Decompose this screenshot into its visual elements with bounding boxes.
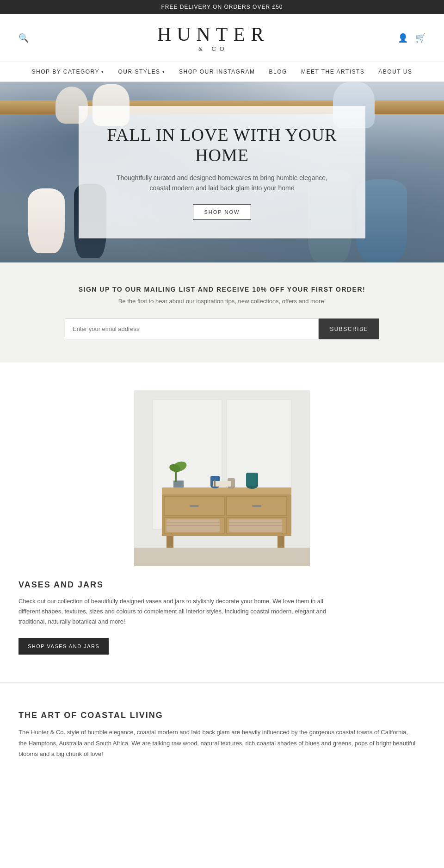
header-right-icons: 👤 🛒 [398, 33, 426, 43]
hero-shop-now-button[interactable]: SHOP NOW [193, 204, 252, 220]
logo-main-text: HUNTER [157, 23, 269, 45]
top-banner: FREE DELIVERY ON ORDERS OVER £50 [0, 0, 444, 14]
chevron-down-icon: ▾ [101, 69, 105, 74]
logo-sub-text: & CO [157, 45, 269, 52]
product-image [134, 390, 310, 566]
hero-subtitle: Thoughtfully curated and designed homewa… [106, 173, 338, 194]
main-nav: SHOP BY CATEGORY ▾ OUR STYLES ▾ SHOP OUR… [0, 62, 444, 82]
nav-shop-instagram[interactable]: SHOP OUR INSTAGRAM [179, 69, 255, 75]
hero-content: FALL IN LOVE WITH YOUR HOME Thoughtfully… [79, 106, 365, 239]
product-section-title: VASES AND JARS [18, 580, 104, 590]
shop-vases-button[interactable]: SHOP VASES AND JARS [18, 638, 109, 655]
svg-rect-7 [190, 505, 199, 507]
nav-about-us[interactable]: ABOUT US [378, 69, 412, 75]
nav-our-styles[interactable]: OUR STYLES ▾ [118, 69, 166, 75]
product-section-text: Check out our collection of beautifully … [18, 596, 342, 627]
svg-rect-8 [252, 505, 261, 507]
svg-rect-29 [246, 473, 258, 486]
search-icon[interactable]: 🔍 [18, 33, 29, 43]
header: 🔍 HUNTER & CO 👤 🛒 [0, 14, 444, 62]
email-input[interactable] [65, 318, 319, 339]
mailing-title: SIGN UP TO OUR MAILING LIST AND RECEIVE … [18, 286, 426, 293]
furniture-illustration [134, 390, 310, 566]
coastal-section: THE ART OF COASTAL LIVING The Hunter & C… [0, 682, 444, 787]
subscribe-button[interactable]: SUBSCRIBE [319, 318, 379, 339]
header-left-icons: 🔍 [18, 33, 29, 43]
nav-blog[interactable]: BLOG [269, 69, 287, 75]
logo[interactable]: HUNTER & CO [157, 23, 269, 52]
vase-decoration-1 [28, 188, 65, 253]
hero-title: FALL IN LOVE WITH YOUR HOME [106, 125, 338, 165]
svg-rect-3 [162, 487, 291, 494]
svg-rect-19 [134, 548, 310, 566]
chevron-down-icon: ▾ [162, 69, 166, 74]
banner-text: FREE DELIVERY ON ORDERS OVER £50 [161, 4, 283, 10]
svg-rect-17 [166, 536, 173, 548]
mailing-form: SUBSCRIBE [65, 318, 379, 339]
hero-section: FALL IN LOVE WITH YOUR HOME Thoughtfully… [0, 82, 444, 262]
coastal-section-text: The Hunter & Co. style of humble eleganc… [18, 727, 416, 759]
svg-rect-18 [278, 536, 284, 548]
mailing-subtitle: Be the first to hear about our inspirati… [18, 298, 426, 305]
cart-icon[interactable]: 🛒 [415, 33, 426, 43]
coastal-section-title: THE ART OF COASTAL LIVING [18, 711, 426, 720]
nav-shop-by-category[interactable]: SHOP BY CATEGORY ▾ [32, 69, 105, 75]
user-icon[interactable]: 👤 [398, 33, 408, 43]
nav-meet-artists[interactable]: MEET THE ARTISTS [301, 69, 364, 75]
product-feature-section: VASES AND JARS Check out our collection … [0, 362, 444, 682]
mailing-section: SIGN UP TO OUR MAILING LIST AND RECEIVE … [0, 262, 444, 362]
svg-rect-31 [214, 481, 216, 487]
